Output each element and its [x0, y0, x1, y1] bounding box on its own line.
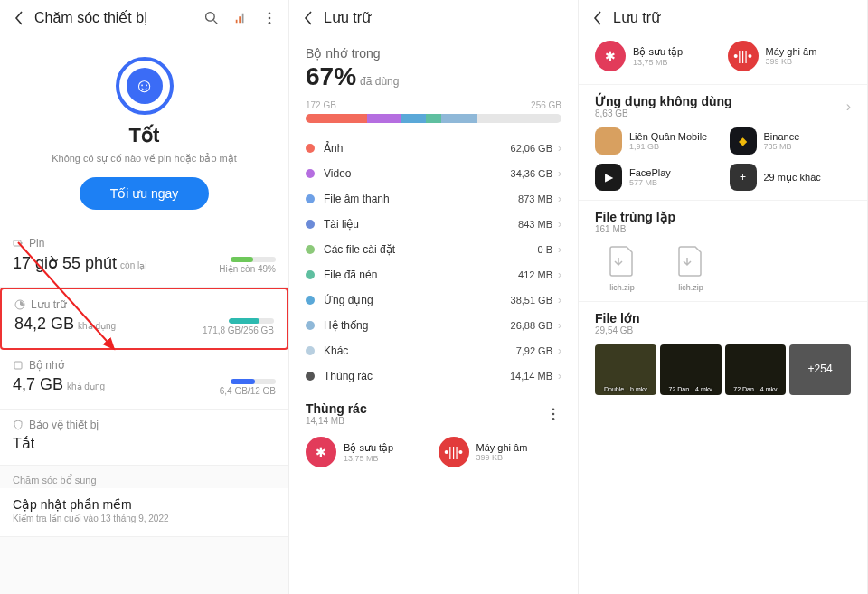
chevron-right-icon: › — [558, 243, 561, 256]
shield-icon — [13, 420, 24, 430]
app-icon: ◆ — [730, 127, 757, 155]
page-title: Lưu trữ — [324, 9, 567, 26]
category-row[interactable]: File âm thanh873 MB› — [306, 186, 561, 212]
page-title: Lưu trữ — [613, 9, 856, 26]
search-icon[interactable] — [203, 10, 220, 26]
page-title: Chăm sóc thiết bị — [34, 9, 203, 26]
category-dot-icon — [306, 296, 315, 305]
back-icon[interactable] — [300, 10, 316, 26]
more-files-button[interactable]: +254 — [789, 344, 851, 395]
app-item[interactable]: ▶FacePlay577 MB — [595, 164, 717, 191]
category-dot-icon — [306, 372, 315, 381]
svg-point-12 — [552, 408, 555, 410]
chevron-right-icon: › — [846, 99, 851, 115]
memory-icon — [13, 360, 24, 371]
app-icon: ▶ — [595, 164, 622, 191]
category-row[interactable]: File đã nén412 MB› — [306, 262, 561, 288]
used-percent: 67%đã dùng — [306, 62, 561, 91]
chevron-right-icon: › — [558, 370, 561, 382]
app-item[interactable]: Liên Quân Mobile1,91 GB — [595, 127, 717, 155]
category-dot-icon — [306, 169, 315, 178]
category-dot-icon — [306, 245, 315, 254]
used-label: 172 GB — [306, 100, 336, 110]
app-item[interactable]: •|||•Máy ghi âm399 KB — [439, 437, 562, 467]
chevron-right-icon: › — [558, 142, 561, 155]
back-icon[interactable] — [590, 10, 606, 26]
chevron-right-icon: › — [558, 218, 561, 231]
large-files-section[interactable]: File lớn29,54 GB Double…b.mkv72 Dan…4.mk… — [579, 302, 867, 404]
app-icon: ✱ — [595, 41, 626, 71]
chevron-right-icon: › — [558, 269, 561, 281]
more-icon[interactable] — [261, 10, 278, 26]
file-thumbnail[interactable]: 72 Dan…4.mkv — [725, 344, 787, 395]
chevron-right-icon: › — [558, 319, 561, 332]
status-subtitle: Không có sự cố nào về pin hoặc bảo mật — [11, 153, 278, 165]
optimize-button[interactable]: Tối ưu ngay — [80, 177, 210, 210]
battery-card[interactable]: Pin 17 giờ 55 phútcòn lại Hiện còn 49% — [0, 228, 288, 288]
status-icon: ☺ — [116, 57, 174, 115]
svg-point-0 — [206, 12, 215, 21]
category-dot-icon — [306, 270, 315, 279]
svg-rect-2 — [239, 16, 241, 23]
app-icon — [595, 127, 622, 155]
category-row[interactable]: Các file cài đặt0 B› — [306, 237, 561, 262]
zip-file-icon — [673, 243, 709, 279]
more-icon[interactable] — [545, 406, 561, 422]
duplicate-files-section[interactable]: File trùng lặp161 MB lich.ziplich.zip — [579, 201, 867, 302]
category-row[interactable]: Khác7,92 GB› — [306, 338, 561, 363]
app-item[interactable]: ✱Bộ sưu tập13,75 MB — [595, 41, 719, 71]
category-row[interactable]: Video34,36 GB› — [306, 161, 561, 186]
category-row[interactable]: Thùng rác14,14 MB› — [306, 363, 561, 389]
svg-point-14 — [552, 417, 555, 420]
category-row[interactable]: Tài liệu843 MB› — [306, 212, 561, 237]
svg-rect-8 — [14, 240, 21, 246]
category-dot-icon — [306, 144, 315, 153]
battery-icon — [13, 238, 24, 249]
svg-point-13 — [552, 412, 555, 415]
category-dot-icon — [306, 346, 315, 355]
app-icon: •|||• — [439, 437, 469, 467]
svg-point-5 — [269, 16, 271, 19]
svg-point-4 — [269, 12, 271, 14]
protect-card[interactable]: Bảo vệ thiết bị Tắt — [0, 410, 288, 466]
svg-rect-1 — [236, 19, 238, 23]
header: Lưu trữ — [579, 0, 867, 35]
unused-apps-section[interactable]: Ứng dụng không dùng8,63 GB› Liên Quân Mo… — [579, 85, 867, 201]
header: Lưu trữ — [289, 0, 578, 35]
update-card[interactable]: Cập nhật phần mềm Kiểm tra lần cuối vào … — [0, 488, 288, 537]
app-icon: ✱ — [306, 437, 336, 467]
app-item[interactable]: +29 mục khác — [730, 164, 852, 191]
file-thumbnail[interactable]: Double…b.mkv — [595, 344, 656, 395]
status-text: Tốt — [11, 124, 278, 147]
svg-rect-3 — [242, 13, 244, 23]
category-dot-icon — [306, 220, 315, 229]
category-row[interactable]: Hệ thống26,88 GB› — [306, 313, 561, 338]
file-thumbnail[interactable]: 72 Dan…4.mkv — [660, 344, 722, 395]
chevron-right-icon: › — [558, 167, 561, 180]
duplicate-file[interactable]: lich.zip — [664, 243, 718, 292]
storage-card[interactable]: Lưu trữ 84,2 GBkhả dụng 171,8 GB/256 GB — [0, 288, 288, 350]
storage-icon — [14, 299, 25, 310]
internal-storage-label: Bộ nhớ trong — [306, 46, 561, 61]
chevron-right-icon: › — [558, 344, 561, 357]
duplicate-file[interactable]: lich.zip — [595, 243, 649, 292]
svg-point-6 — [269, 21, 271, 24]
zip-file-icon — [604, 243, 640, 279]
app-icon: •|||• — [728, 41, 759, 71]
svg-rect-11 — [14, 362, 22, 369]
app-item[interactable]: ✱Bộ sưu tập13,75 MB — [306, 437, 429, 467]
app-item[interactable]: •|||•Máy ghi âm399 KB — [728, 41, 852, 71]
svg-rect-9 — [21, 242, 23, 244]
trash-section[interactable]: Thùng rác14,14 MB — [289, 389, 578, 431]
category-dot-icon — [306, 194, 315, 203]
chevron-right-icon: › — [558, 294, 561, 306]
category-row[interactable]: Ảnh62,06 GB› — [306, 136, 561, 161]
category-row[interactable]: Ứng dụng38,51 GB› — [306, 288, 561, 313]
app-item[interactable]: ◆Binance735 MB — [730, 127, 852, 155]
signal-icon[interactable] — [232, 10, 249, 26]
app-icon: + — [730, 164, 757, 191]
storage-bar — [306, 114, 561, 123]
total-label: 256 GB — [531, 100, 561, 110]
back-icon[interactable] — [11, 10, 27, 26]
memory-card[interactable]: Bộ nhớ 4,7 GBkhả dụng 6,4 GB/12 GB — [0, 350, 288, 410]
